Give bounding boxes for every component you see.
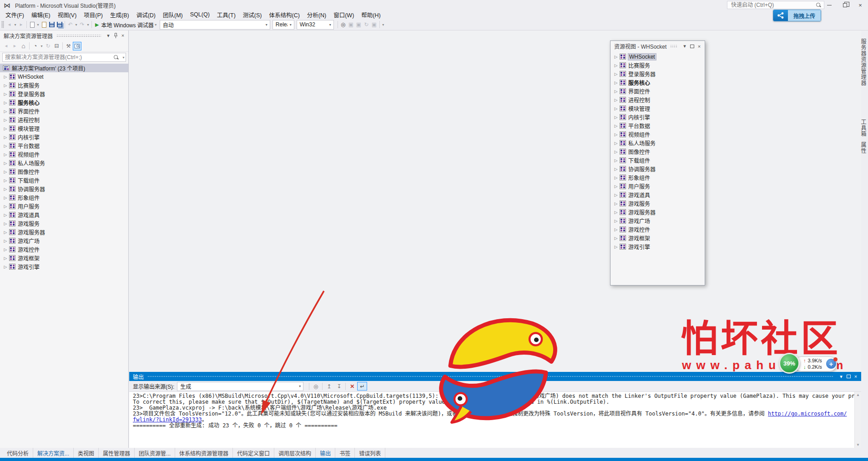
expand-icon[interactable] (2, 265, 9, 269)
resource-row[interactable]: 游戏广场 (611, 216, 705, 225)
minimize-button[interactable] (822, 0, 837, 10)
expand-icon[interactable] (2, 213, 9, 217)
resource-row[interactable]: 私人场服务 (611, 139, 705, 147)
attach-icon[interactable] (363, 20, 370, 29)
project-row[interactable]: 界面控件 (0, 107, 128, 115)
resource-row[interactable]: 游戏框架 (611, 234, 705, 242)
expand-icon[interactable] (2, 230, 9, 235)
bottom-tab[interactable]: 团队资源管... (135, 448, 175, 458)
toolbar-drag-handle[interactable] (1, 21, 4, 28)
resource-row[interactable]: 形象组件 (611, 173, 705, 182)
window-position-icon[interactable] (681, 43, 688, 50)
tab-server-explorer[interactable]: 服务器资源管理器 (0, 39, 867, 86)
expand-icon[interactable] (612, 210, 620, 215)
project-row[interactable]: 游戏框架 (0, 254, 128, 262)
expand-icon[interactable] (612, 201, 620, 206)
expand-icon[interactable] (612, 158, 620, 163)
scroll-down-icon[interactable] (856, 443, 860, 447)
bottom-tab[interactable]: 输出 (316, 448, 335, 458)
close-button[interactable] (853, 0, 868, 10)
expand-icon[interactable] (612, 115, 620, 120)
close-panel-icon[interactable] (119, 32, 126, 39)
expand-icon[interactable] (2, 256, 9, 261)
window-position-icon[interactable] (105, 32, 112, 39)
bottom-tab[interactable]: 书签 (335, 448, 355, 458)
maximize-icon[interactable] (845, 373, 852, 380)
expand-icon[interactable] (2, 170, 9, 174)
project-row[interactable]: 游戏道具 (0, 210, 128, 219)
project-row[interactable]: 下载组件 (0, 176, 128, 185)
menu-item[interactable]: 窗口(W) (330, 10, 358, 19)
resource-row[interactable]: 进程控制 (611, 95, 705, 104)
bottom-tab[interactable]: 体系结构资源管理器 (175, 448, 233, 458)
expand-icon[interactable] (2, 221, 9, 226)
menu-item[interactable]: 视图(V) (54, 10, 81, 19)
maximize-icon[interactable] (688, 43, 696, 50)
menu-item[interactable]: SQL(Q) (187, 10, 213, 19)
menu-item[interactable]: 生成(B) (106, 10, 133, 19)
undo-dropdown-icon[interactable] (74, 23, 78, 27)
expand-icon[interactable] (2, 100, 9, 105)
startup-item-combo[interactable]: 自动 (160, 20, 270, 30)
project-row[interactable]: 游戏引擎 (0, 262, 128, 271)
project-row[interactable]: 服务核心 (0, 98, 128, 107)
resource-row[interactable]: 游戏道具 (611, 190, 705, 199)
project-row[interactable]: 图像控件 (0, 167, 128, 176)
toggle-word-wrap-icon[interactable] (357, 382, 367, 391)
expand-icon[interactable] (2, 161, 9, 165)
expand-icon[interactable] (2, 195, 9, 200)
expand-icon[interactable] (612, 141, 620, 145)
menu-item[interactable]: 工具(T) (213, 10, 239, 19)
tab-toolbox[interactable]: 工具箱 (0, 119, 867, 137)
resource-row[interactable]: 游戏服务 (611, 199, 705, 208)
navigate-forward-icon[interactable] (17, 20, 25, 29)
project-row[interactable]: 形象组件 (0, 193, 128, 202)
expand-icon[interactable] (612, 72, 620, 76)
bottom-tab[interactable]: 调用层次结构 (274, 448, 316, 458)
navigate-back-dropdown-icon[interactable] (13, 23, 17, 27)
resource-row[interactable]: 平台数据 (611, 121, 705, 130)
find-in-files-icon[interactable] (339, 20, 347, 29)
expand-icon[interactable] (612, 63, 620, 68)
start-debug-button[interactable]: 本地 Windows 调试器 (93, 20, 160, 29)
resource-row[interactable]: 用户服务 (611, 182, 705, 190)
expand-icon[interactable] (612, 227, 620, 232)
menu-item[interactable]: 编辑(E) (28, 10, 54, 19)
redo-dropdown-icon[interactable] (86, 23, 90, 27)
expand-icon[interactable] (612, 236, 620, 241)
tab-properties[interactable]: 属性 (0, 142, 867, 154)
output-link[interactable]: http://go.microsoft.com/ (768, 411, 847, 417)
search-icon[interactable] (816, 3, 821, 8)
bottom-tab[interactable]: 错误列表 (355, 448, 385, 458)
resource-row[interactable]: 模块管理 (611, 104, 705, 113)
expand-icon[interactable] (612, 150, 620, 154)
quick-launch-input[interactable] (727, 2, 813, 8)
close-window-icon[interactable] (696, 43, 703, 50)
expand-icon[interactable] (612, 175, 620, 180)
expand-icon[interactable] (612, 124, 620, 128)
expand-icon[interactable] (612, 193, 620, 197)
resource-row[interactable]: 下载组件 (611, 156, 705, 165)
add-item-icon[interactable] (40, 20, 48, 29)
menu-item[interactable]: 分析(N) (303, 10, 330, 19)
expand-icon[interactable] (612, 245, 620, 249)
output-scrollbar[interactable] (854, 392, 861, 448)
expand-icon[interactable] (612, 132, 620, 137)
output-link[interactable]: fwlink/?LinkId=291333 (133, 416, 202, 423)
new-item-icon[interactable] (28, 20, 36, 29)
menu-item[interactable]: 体系结构(C) (265, 10, 303, 19)
resource-row[interactable]: 服务核心 (611, 78, 705, 87)
clear-all-icon[interactable] (347, 382, 357, 391)
step-icon-2[interactable] (355, 20, 363, 29)
menu-item[interactable]: 测试(S) (239, 10, 266, 19)
close-output-icon[interactable] (852, 373, 859, 380)
resource-view-title-bar[interactable]: 资源视图 - WHSocket (611, 41, 705, 51)
bottom-tab[interactable]: 属性管理器 (99, 448, 135, 458)
drag-upload-badge[interactable]: 拖拽上传 (773, 10, 821, 21)
menu-item[interactable]: 团队(M) (159, 10, 187, 19)
new-item-dropdown-icon[interactable] (36, 23, 40, 27)
toolbar-overflow-icon[interactable] (381, 23, 385, 27)
project-row[interactable]: 游戏服务器 (0, 228, 128, 236)
menu-item[interactable]: 项目(P) (80, 10, 106, 19)
project-row[interactable]: 协调服务器 (0, 185, 128, 193)
